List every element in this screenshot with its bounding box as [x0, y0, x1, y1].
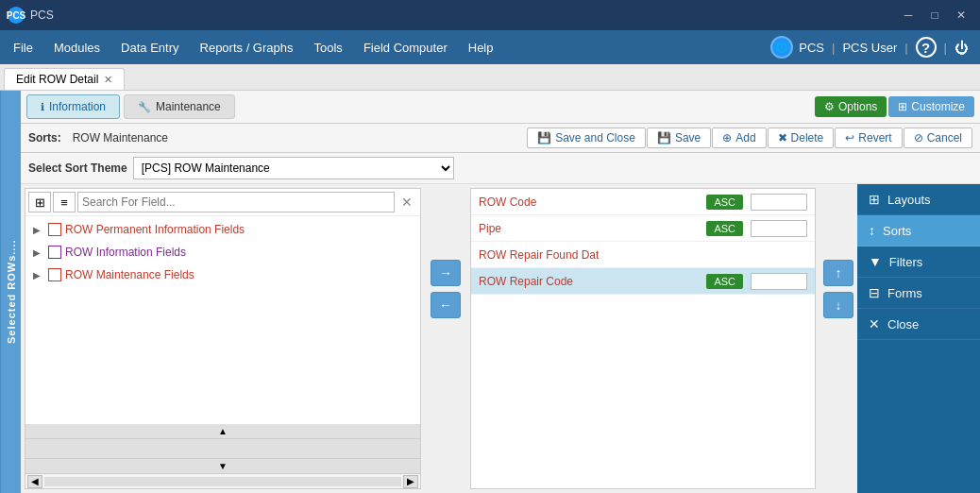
menu-modules[interactable]: Modules: [44, 37, 110, 59]
separator2: |: [904, 41, 907, 55]
sidebar-label: Selected ROWs....: [0, 91, 21, 493]
sort-fields-panel: ROW Code ASC Pipe ASC ROW Repair Found D…: [470, 188, 816, 489]
search-input[interactable]: [77, 192, 395, 212]
field-group-label: ROW Permanent Information Fields: [65, 223, 245, 236]
scroll-track[interactable]: [44, 477, 401, 486]
list-item[interactable]: ▶ ROW Maintenance Fields: [29, 265, 416, 284]
user-label: PCS User: [842, 41, 897, 55]
menu-field-computer[interactable]: Field Computer: [354, 37, 457, 59]
field-group-label: ROW Maintenance Fields: [65, 268, 194, 281]
brand-label: PCS: [799, 41, 824, 55]
close-icon: ✕: [869, 316, 880, 332]
gear-icon: ⚙: [824, 100, 835, 113]
tab-information[interactable]: ℹ Information: [26, 94, 120, 119]
right-panel-forms[interactable]: ⊟ Forms: [857, 278, 980, 309]
titlebar-left: PCS PCS: [8, 7, 54, 24]
table-row[interactable]: ROW Repair Found Dat: [471, 242, 815, 268]
sorts-label: Sorts:: [28, 131, 61, 144]
sort-asc-button[interactable]: ASC: [706, 221, 743, 236]
field-group-label: ROW Information Fields: [65, 246, 186, 259]
table-row[interactable]: ROW Code ASC: [471, 189, 815, 215]
tabbar: Edit ROW Detail ✕: [0, 64, 980, 91]
window-controls: ─ □ ✕: [897, 6, 972, 25]
customize-icon: ⊞: [898, 100, 907, 113]
sorts-icon: ↕: [869, 223, 875, 238]
minimize-button[interactable]: ─: [897, 6, 920, 25]
right-panel-sorts[interactable]: ↕ Sorts: [857, 215, 980, 246]
field-checkbox[interactable]: [48, 268, 61, 281]
add-button[interactable]: ⊕ Add: [712, 128, 766, 148]
table-row[interactable]: ROW Repair Code ASC: [471, 268, 815, 295]
menu-reports-graphs[interactable]: Reports / Graphs: [191, 37, 303, 59]
sort-value-box[interactable]: [751, 194, 807, 211]
revert-button[interactable]: ↩ Revert: [835, 128, 902, 148]
menubar-items: File Modules Data Entry Reports / Graphs…: [4, 37, 503, 59]
fields-search-row: ⊞ ≡ ✕: [25, 189, 420, 216]
menu-data-entry[interactable]: Data Entry: [111, 37, 188, 59]
tab-maintenance[interactable]: 🔧 Maintenance: [124, 94, 235, 119]
close-button[interactable]: ✕: [950, 6, 972, 25]
menu-help[interactable]: Help: [459, 37, 503, 59]
separator3: |: [944, 41, 947, 55]
search-clear-button[interactable]: ✕: [397, 192, 417, 212]
cancel-icon: ⊘: [914, 131, 923, 144]
table-row[interactable]: Pipe ASC: [471, 215, 815, 242]
maximize-button[interactable]: □: [923, 6, 946, 25]
help-icon[interactable]: ?: [916, 37, 937, 58]
field-checkbox[interactable]: [48, 246, 61, 259]
scroll-right-arrow[interactable]: ▶: [403, 475, 418, 488]
sorts-value: ROW Maintenance: [73, 131, 168, 144]
edit-row-detail-tab[interactable]: Edit ROW Detail ✕: [4, 68, 125, 90]
save-close-icon: 💾: [537, 131, 551, 144]
fields-scroll-up[interactable]: ▲: [25, 424, 420, 439]
right-panel-layouts[interactable]: ⊞ Layouts: [857, 184, 980, 215]
sort-value-box[interactable]: [751, 273, 807, 290]
tab-label: Edit ROW Detail: [16, 73, 98, 86]
menubar: File Modules Data Entry Reports / Graphs…: [0, 30, 980, 64]
horizontal-scrollbar: ◀ ▶: [25, 473, 420, 488]
sort-asc-button[interactable]: ASC: [706, 274, 743, 289]
work-area: ℹ Information 🔧 Maintenance ⚙ Options ⊞ …: [21, 91, 980, 493]
action-buttons: 💾 Save and Close 💾 Save ⊕ Add ✖ Delete: [527, 128, 972, 148]
save-and-close-button[interactable]: 💾 Save and Close: [527, 128, 646, 148]
right-panel-filters[interactable]: ▼ Filters: [857, 246, 980, 278]
sort-value-box[interactable]: [751, 220, 807, 237]
sort-asc-button[interactable]: ASC: [706, 195, 743, 210]
logout-icon[interactable]: ⏻: [955, 40, 969, 56]
layouts-icon: ⊞: [869, 192, 880, 207]
move-up-button[interactable]: ↑: [823, 260, 853, 286]
options-button[interactable]: ⚙ Options: [815, 96, 887, 117]
list-item[interactable]: ▶ ROW Information Fields: [29, 243, 416, 262]
move-down-button[interactable]: ↓: [823, 292, 853, 318]
field-group-1: ▶ ROW Information Fields: [25, 241, 420, 264]
right-panel-close[interactable]: ✕ Close: [857, 309, 980, 340]
customize-button[interactable]: ⊞ Customize: [888, 96, 974, 117]
move-left-button[interactable]: ←: [431, 292, 461, 318]
theme-select-dropdown[interactable]: [PCS] ROW Maintenance: [133, 157, 454, 179]
delete-icon: ✖: [778, 131, 787, 144]
menu-file[interactable]: File: [4, 37, 42, 59]
app-logo: PCS: [8, 7, 25, 24]
sort-field-name: ROW Repair Code: [479, 275, 706, 288]
options-buttons: ⚙ Options ⊞ Customize: [815, 96, 974, 117]
list-item[interactable]: ▶ ROW Permanent Information Fields: [29, 220, 416, 239]
cancel-button[interactable]: ⊘ Cancel: [904, 128, 972, 148]
grid-view-button[interactable]: ⊞: [28, 192, 51, 212]
field-checkbox[interactable]: [48, 223, 61, 236]
tab-close-icon[interactable]: ✕: [104, 74, 112, 86]
field-group-0: ▶ ROW Permanent Information Fields: [25, 218, 420, 241]
titlebar: PCS PCS ─ □ ✕: [0, 0, 980, 30]
delete-button[interactable]: ✖ Delete: [768, 128, 835, 148]
fields-panel: ⊞ ≡ ✕ ▶ ROW Permanent Information Fields: [25, 188, 421, 489]
list-view-button[interactable]: ≡: [53, 192, 76, 212]
scroll-left-arrow[interactable]: ◀: [27, 475, 42, 488]
menu-tools[interactable]: Tools: [305, 37, 352, 59]
add-icon: ⊕: [722, 131, 732, 144]
save-button[interactable]: 💾 Save: [647, 128, 711, 148]
expand-arrow-icon: ▶: [33, 225, 44, 235]
move-right-button[interactable]: →: [431, 260, 461, 286]
select-theme-label: Select Sort Theme: [28, 162, 127, 175]
fields-scroll-down[interactable]: ▼: [25, 458, 420, 473]
expand-arrow-icon: ▶: [33, 247, 44, 258]
save-icon: 💾: [657, 131, 671, 144]
